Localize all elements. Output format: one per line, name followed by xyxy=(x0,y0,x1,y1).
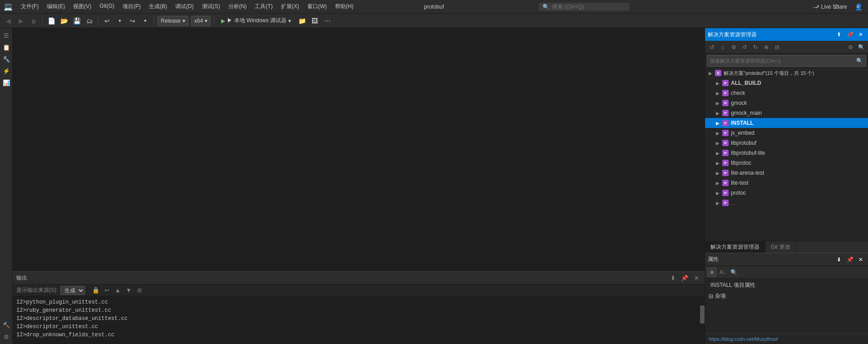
output-up-btn[interactable]: ▲ xyxy=(113,286,122,295)
tab-git-changes[interactable]: Git 更改 xyxy=(765,241,796,253)
undo-button[interactable]: ↩ xyxy=(102,15,113,26)
tree-item-libprotobuf[interactable]: ▶ P libprotobuf xyxy=(705,138,868,148)
menu-git[interactable]: Git(G) xyxy=(96,2,118,11)
props-alpha-btn[interactable]: A↓ xyxy=(718,267,728,277)
more-button[interactable]: ⋯ xyxy=(322,15,333,26)
menu-test[interactable]: 测试(S) xyxy=(198,2,224,11)
search-input[interactable] xyxy=(552,4,625,10)
tree-item-install[interactable]: ▶ P INSTALL xyxy=(705,118,868,128)
tree-solution-root[interactable]: ▶ S 解决方案"protobuf"(15 个项目，共 15 个) xyxy=(705,68,868,78)
se-btn-9[interactable]: 🔍 xyxy=(856,42,866,52)
output-line-5: 12>drop_unknown_fields_test.cc xyxy=(16,331,701,339)
tree-item-protoc[interactable]: ▶ P protoc xyxy=(705,188,868,198)
output-scroll-lock-btn[interactable]: 🔒 xyxy=(91,286,100,295)
menu-extensions[interactable]: 扩展(X) xyxy=(277,2,303,11)
open-button[interactable]: 📂 xyxy=(59,15,69,26)
output-pin-btn[interactable]: 📌 xyxy=(680,274,689,283)
all-build-label: ALL_BUILD xyxy=(731,80,761,86)
run-button[interactable]: ▶ ▶ 本地 Windows 调试器 ▾ xyxy=(217,16,295,26)
props-category-btn[interactable]: ≡ xyxy=(707,267,717,277)
output-scrollbar[interactable] xyxy=(700,296,705,344)
tree-item-lite-test[interactable]: ▶ P lite-test xyxy=(705,178,868,188)
se-btn-2[interactable]: ⌂ xyxy=(718,42,728,52)
se-btn-3[interactable]: ⚙ xyxy=(729,42,739,52)
se-btn-4[interactable]: ↺ xyxy=(740,42,750,52)
save-all-button[interactable]: 🗂 xyxy=(84,15,95,26)
libprotobuf-label: libprotobuf xyxy=(731,140,756,146)
activity-item-settings[interactable]: ⚙ xyxy=(1,331,12,342)
activity-item-4[interactable]: ⚡ xyxy=(1,65,12,76)
output-clear-btn[interactable]: ⊘ xyxy=(135,286,144,295)
extra-button[interactable]: 🖼 xyxy=(309,15,320,26)
tree-item-gmock-main[interactable]: ▶ P gmock_main xyxy=(705,108,868,118)
search-box[interactable]: 🔍 xyxy=(539,3,630,11)
menu-file[interactable]: 文件(F) xyxy=(17,2,42,11)
props-section-misc-label: 杂项 xyxy=(715,292,726,300)
properties-link[interactable]: https://blog.csdn.net/Muzythoof xyxy=(709,336,778,342)
activity-item-1[interactable]: ☰ xyxy=(1,30,12,41)
activity-item-2[interactable]: 📋 xyxy=(1,42,12,53)
redo-button[interactable]: ↪ xyxy=(127,15,138,26)
maximize-button[interactable]: ☐ xyxy=(826,0,847,14)
window-controls: — ☐ ✕ xyxy=(805,0,868,14)
output-close-btn[interactable]: ✕ xyxy=(692,274,701,283)
se-btn-7[interactable]: ⊟ xyxy=(772,42,782,52)
output-wrap-btn[interactable]: ↩ xyxy=(102,286,111,295)
forward-button[interactable]: ▶ xyxy=(15,15,26,26)
menu-edit[interactable]: 编辑(E) xyxy=(43,2,69,11)
se-btn-1[interactable]: ↺ xyxy=(707,42,717,52)
config-dropdown[interactable]: Release ▾ xyxy=(158,16,188,26)
solution-search-box[interactable]: 🔍 xyxy=(707,55,866,67)
browse-button[interactable]: 📁 xyxy=(296,15,307,26)
undo-dropdown[interactable]: ▼ xyxy=(114,15,125,26)
menu-view[interactable]: 视图(V) xyxy=(69,2,95,11)
platform-dropdown[interactable]: x64 ▾ xyxy=(191,16,211,26)
menu-analyze[interactable]: 分析(N) xyxy=(225,2,251,11)
tree-item-lite-arena-test[interactable]: ▶ P lite-arena-test xyxy=(705,168,868,178)
output-source-select[interactable]: 生成 xyxy=(60,286,85,295)
activity-item-tools[interactable]: 🔨 xyxy=(1,319,12,330)
libprotobuf-lite-icon: P xyxy=(722,150,729,156)
se-btn-5[interactable]: ↻ xyxy=(750,42,760,52)
tree-item-check[interactable]: ▶ P check xyxy=(705,88,868,98)
home-button[interactable]: ⌂ xyxy=(28,15,39,26)
search-icon: 🔍 xyxy=(542,4,549,10)
tree-item-more[interactable]: ▶ P ... xyxy=(705,198,868,208)
platform-value: x64 xyxy=(194,18,203,24)
check-icon: P xyxy=(722,90,729,96)
redo-dropdown[interactable]: ▼ xyxy=(140,15,151,26)
menu-help[interactable]: 帮助(H) xyxy=(331,2,357,11)
menu-build[interactable]: 生成(B) xyxy=(145,2,171,11)
se-btn-6[interactable]: ⊕ xyxy=(761,42,771,52)
tree-item-all-build[interactable]: ▶ P ALL_BUILD xyxy=(705,78,868,88)
menu-debug[interactable]: 调试(D) xyxy=(172,2,197,11)
se-close-btn[interactable]: ✕ xyxy=(856,30,865,39)
gmock-icon: P xyxy=(722,100,729,106)
new-file-button[interactable]: 📄 xyxy=(46,15,57,26)
activity-item-5[interactable]: 📊 xyxy=(1,77,12,88)
output-dock-btn[interactable]: ⬇ xyxy=(668,274,677,283)
save-button[interactable]: 💾 xyxy=(71,15,82,26)
solution-search-input[interactable] xyxy=(710,58,854,64)
se-btn-8[interactable]: ⚙ xyxy=(845,42,855,52)
tree-item-libprotobuf-lite[interactable]: ▶ P libprotobuf-lite xyxy=(705,148,868,158)
props-search-btn[interactable]: 🔍 xyxy=(729,267,739,277)
tab-solution-explorer[interactable]: 解决方案资源管理器 xyxy=(705,241,765,253)
props-pin-btn[interactable]: 📌 xyxy=(845,255,854,264)
se-pin-btn[interactable]: 📌 xyxy=(845,30,854,39)
back-button[interactable]: ◀ xyxy=(3,15,14,26)
close-button[interactable]: ✕ xyxy=(847,0,868,14)
output-down-btn[interactable]: ▼ xyxy=(124,286,133,295)
props-dock-btn[interactable]: ⬇ xyxy=(834,255,843,264)
activity-item-3[interactable]: 🔧 xyxy=(1,54,12,64)
se-dock-btn[interactable]: ⬆ xyxy=(834,30,843,39)
menu-project[interactable]: 项目(P) xyxy=(119,2,144,11)
tree-item-js-embed[interactable]: ▶ P js_embed xyxy=(705,128,868,138)
tree-item-gmock[interactable]: ▶ P gmock xyxy=(705,98,868,108)
menu-window[interactable]: 窗口(W) xyxy=(304,2,330,11)
tree-item-libprotoc[interactable]: ▶ P libprotoc xyxy=(705,158,868,168)
minimize-button[interactable]: — xyxy=(805,0,826,14)
props-close-btn[interactable]: ✕ xyxy=(856,255,865,264)
menu-tools[interactable]: 工具(T) xyxy=(251,2,276,11)
solution-expand-icon: ▶ xyxy=(707,69,714,77)
